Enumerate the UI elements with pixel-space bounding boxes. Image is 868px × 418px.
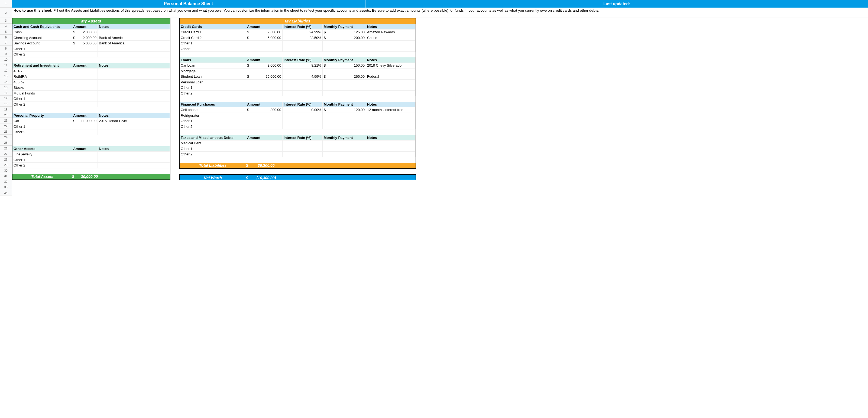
row-header[interactable]: 20 — [0, 112, 12, 118]
total-assets-row[interactable]: Total Assets $20,000.00 — [12, 174, 170, 180]
row-header[interactable]: 17 — [0, 96, 12, 101]
liability-row[interactable]: Other 1 — [180, 85, 415, 91]
intro-text: Fill out the Assets and Liabilities sect… — [52, 8, 599, 12]
row-header[interactable]: 27 — [0, 151, 12, 157]
asset-row[interactable]: RothIRA — [12, 74, 170, 79]
row-header[interactable]: 2 — [0, 8, 12, 18]
asset-row[interactable]: Other 2 — [12, 163, 170, 168]
asset-row[interactable]: Checking Account$2,000.00Bank of America — [12, 35, 170, 41]
liability-row[interactable]: Other 2 — [180, 46, 415, 52]
asset-row[interactable]: Other 1 — [12, 96, 170, 102]
liability-row[interactable]: Refrigerator — [180, 113, 415, 119]
last-updated-label[interactable]: Last updated: — [366, 0, 868, 8]
row-header[interactable]: 34 — [0, 190, 12, 196]
total-liab-row[interactable]: Total Liabilities $36,300.00 — [180, 163, 415, 168]
liab-cc-header[interactable]: Credit Cards Amount Interest Rate (%) Mo… — [180, 24, 415, 30]
asset-row[interactable]: 403(b) — [12, 79, 170, 85]
asset-row[interactable]: Savings Account$5,000.00Bank of America — [12, 41, 170, 46]
asset-row[interactable]: Other 1 — [12, 157, 170, 163]
liabilities-column: My Liabilities Credit Cards Amount Inter… — [179, 18, 416, 180]
assets-column: My Assets Cash and Cash Equivalents Amou… — [12, 18, 170, 180]
asset-row[interactable]: Other 2 — [12, 129, 170, 135]
row-header[interactable]: 11 — [0, 62, 12, 68]
asset-row[interactable]: Stocks — [12, 85, 170, 91]
row-header[interactable]: 13 — [0, 73, 12, 79]
row-header[interactable]: 16 — [0, 90, 12, 96]
liability-row[interactable]: Cell phone$800.000.00%$120.0012 months i… — [180, 107, 415, 113]
liability-row[interactable]: Other 1 — [180, 41, 415, 46]
row-header[interactable]: 24 — [0, 134, 12, 140]
row-header[interactable]: 1 — [0, 0, 12, 8]
row-header[interactable]: 10 — [0, 57, 12, 63]
row-header[interactable]: 30 — [0, 168, 12, 173]
assets-prop-header[interactable]: Personal Property Amount Notes — [12, 113, 170, 119]
assets-retire-header[interactable]: Retirement and Investment Amount Notes — [12, 63, 170, 68]
row-header[interactable]: 12 — [0, 68, 12, 74]
sheet-title[interactable]: Personal Balance Sheet — [12, 0, 366, 8]
liab-tax-header[interactable]: Taxes and Miscellaneous Debts Amount Int… — [180, 135, 415, 141]
spreadsheet: 1 2 3 4 5 6 7 8 9 10 11 12 13 14 15 16 1… — [0, 0, 868, 195]
net-worth-row[interactable]: Net Worth $(16,300.00) — [179, 174, 416, 180]
row-header[interactable]: 22 — [0, 124, 12, 129]
row-header[interactable]: 21 — [0, 118, 12, 124]
assets-title[interactable]: My Assets — [12, 19, 170, 24]
row-header[interactable]: 18 — [0, 101, 12, 107]
row-header[interactable]: 5 — [0, 29, 12, 35]
assets-cash-header[interactable]: Cash and Cash Equivalents Amount Notes — [12, 24, 170, 30]
liability-row[interactable]: Student Loan$25,000.004.99%$265.00Federa… — [180, 74, 415, 79]
row-header[interactable]: 15 — [0, 85, 12, 90]
row-header[interactable]: 6 — [0, 35, 12, 40]
intro-bold: How to use this sheet: — [13, 8, 52, 12]
row-header[interactable]: 31 — [0, 173, 12, 179]
sheet-content: Personal Balance Sheet Last updated: How… — [12, 0, 868, 195]
asset-row[interactable]: Other 2 — [12, 102, 170, 107]
liab-fin-header[interactable]: Financed Purchases Amount Interest Rate … — [180, 102, 415, 107]
liability-row[interactable]: Other 1 — [180, 146, 415, 152]
row-header[interactable]: 23 — [0, 129, 12, 134]
row-header[interactable]: 29 — [0, 162, 12, 168]
row-header[interactable]: 33 — [0, 184, 12, 190]
liability-row[interactable]: Mortgage — [180, 68, 415, 74]
liability-row[interactable]: Other 2 — [180, 91, 415, 96]
liability-row[interactable]: Medical Debt — [180, 140, 415, 146]
liab-loans-header[interactable]: Loans Amount Interest Rate (%) Monthly P… — [180, 57, 415, 63]
row-header[interactable]: 25 — [0, 140, 12, 146]
asset-row[interactable]: 401(k) — [12, 68, 170, 74]
row-header[interactable]: 9 — [0, 51, 12, 57]
liability-row[interactable]: Car Loan$3,000.008.21%$150.002018 Chevy … — [180, 63, 415, 68]
row-header-column: 1 2 3 4 5 6 7 8 9 10 11 12 13 14 15 16 1… — [0, 0, 12, 195]
row-header[interactable]: 19 — [0, 107, 12, 112]
row-header[interactable]: 3 — [0, 18, 12, 24]
assets-other-header[interactable]: Other Assets Amount Notes — [12, 146, 170, 152]
row-header[interactable]: 28 — [0, 157, 12, 162]
liability-row[interactable]: Credit Card 1$2,500.0024.99%$125.00Amazo… — [180, 30, 415, 35]
row-header[interactable]: 8 — [0, 46, 12, 52]
asset-row[interactable]: Mutual Funds — [12, 91, 170, 96]
row-header[interactable]: 32 — [0, 179, 12, 185]
asset-row[interactable]: Fine jewelry — [12, 152, 170, 157]
liability-row[interactable]: Other 1 — [180, 118, 415, 124]
liability-row[interactable]: Credit Card 2$5,000.0022.50%$200.00Chase — [180, 35, 415, 41]
row-header[interactable]: 14 — [0, 79, 12, 85]
intro-cell[interactable]: How to use this sheet: Fill out the Asse… — [12, 8, 868, 18]
liability-row[interactable]: Other 2 — [180, 124, 415, 130]
row-header[interactable]: 26 — [0, 146, 12, 151]
liability-row[interactable]: Other 2 — [180, 152, 415, 157]
asset-row[interactable]: Cash$2,000.00 — [12, 30, 170, 35]
asset-row[interactable]: Other 1 — [12, 124, 170, 130]
row-header[interactable]: 7 — [0, 40, 12, 46]
row-header[interactable]: 4 — [0, 24, 12, 29]
liab-title[interactable]: My Liabilities — [180, 19, 415, 24]
liability-row[interactable]: Personal Loan — [180, 79, 415, 85]
asset-row[interactable]: Car$11,000.002015 Honda Civic — [12, 118, 170, 124]
asset-row[interactable]: Other 1 — [12, 46, 170, 52]
asset-row[interactable]: Other 2 — [12, 52, 170, 57]
